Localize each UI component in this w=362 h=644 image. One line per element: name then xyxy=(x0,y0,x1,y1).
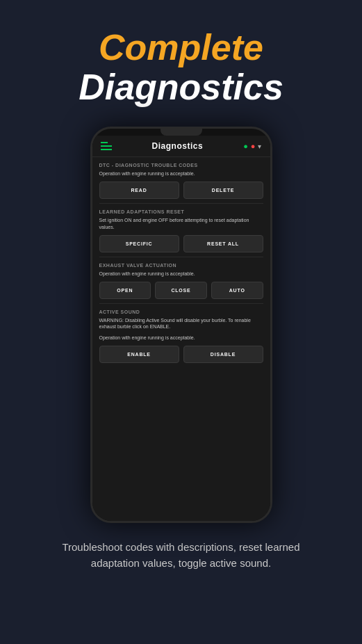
learned-label: LEARNED ADAPTATIONS RESET xyxy=(99,209,263,214)
active-sound-description1: WARNING: Disabling Active Sound will dis… xyxy=(99,317,263,331)
scroll-content: DTC - DIAGNOSTIC TROUBLE CODES Operation… xyxy=(92,157,270,516)
header-icons: ● ● ▾ xyxy=(243,142,261,150)
exhaust-description: Operation with engine running is accepta… xyxy=(99,271,263,277)
chevron-down-icon[interactable]: ▾ xyxy=(258,143,261,150)
exhaust-buttons: OPEN CLOSE AUTO xyxy=(99,282,263,299)
auto-button[interactable]: AUTO xyxy=(211,282,263,299)
app-header: Diagnostics ● ● ▾ xyxy=(92,136,270,157)
divider-3 xyxy=(99,303,263,304)
phone-screen: Diagnostics ● ● ▾ DTC - DIAGNOSTIC TROUB… xyxy=(92,136,270,521)
exhaust-label: EXHAUST VALVE ACTUATION xyxy=(99,263,263,268)
dtc-description: Operation with engine running is accepta… xyxy=(99,170,263,177)
learned-description: Set ignition ON and engine OFF before at… xyxy=(99,217,263,231)
active-sound-buttons: ENABLE DISABLE xyxy=(99,346,263,363)
dtc-label: DTC - DIAGNOSTIC TROUBLE CODES xyxy=(99,163,263,168)
phone-mockup: Diagnostics ● ● ▾ DTC - DIAGNOSTIC TROUB… xyxy=(90,127,272,523)
footer-text: Troubleshoot codes with descriptions, re… xyxy=(28,540,334,571)
read-button[interactable]: READ xyxy=(99,182,179,199)
divider-2 xyxy=(99,257,263,257)
title-line1: Complete xyxy=(79,28,283,67)
dtc-buttons: READ DELETE xyxy=(99,182,263,199)
signal-icon: ● xyxy=(251,142,256,150)
divider-1 xyxy=(99,203,263,204)
active-sound-description2: Operation with engine running is accepta… xyxy=(99,335,263,341)
specific-button[interactable]: SPECIFIC xyxy=(99,235,179,252)
disable-button[interactable]: DISABLE xyxy=(183,346,263,363)
learned-buttons: SPECIFIC RESET ALL xyxy=(99,235,263,252)
header-section: Complete Diagnostics xyxy=(79,0,283,107)
open-button[interactable]: OPEN xyxy=(99,282,151,299)
hamburger-icon[interactable] xyxy=(101,142,112,150)
wifi-icon: ● xyxy=(243,142,248,150)
enable-button[interactable]: ENABLE xyxy=(99,346,179,363)
active-sound-label: ACTIVE SOUND xyxy=(99,309,263,314)
phone-notch xyxy=(161,129,202,136)
title-line2: Diagnostics xyxy=(79,67,283,107)
delete-button[interactable]: DELETE xyxy=(183,182,263,199)
app-title: Diagnostics xyxy=(152,141,204,151)
close-button[interactable]: CLOSE xyxy=(155,282,207,299)
reset-all-button[interactable]: RESET ALL xyxy=(183,235,263,252)
